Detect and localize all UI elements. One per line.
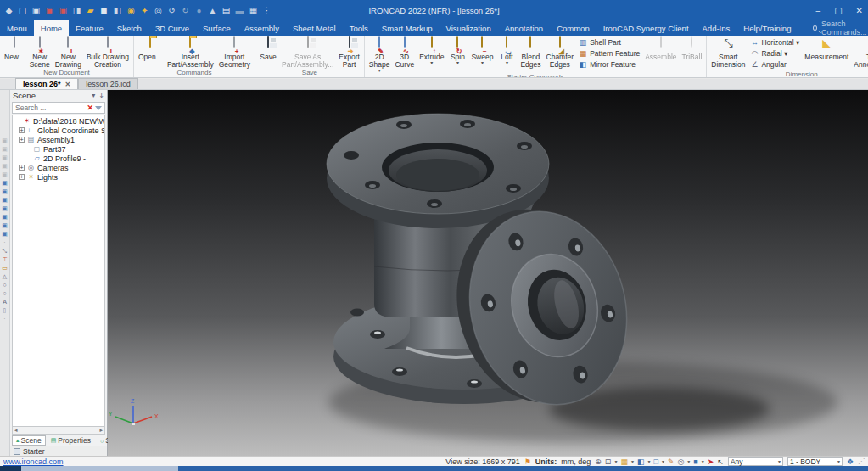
orbit-icon[interactable]: ◎ [153,5,164,16]
mirror-feature-button[interactable]: ◧Mirror Feature [579,59,640,70]
spray-icon[interactable]: ✦ [139,5,150,16]
shell-part-button[interactable]: ▥Shell Part [579,37,640,48]
note-tool-icon[interactable]: ▯ [3,307,7,313]
caret-icon[interactable]: ▾ [647,458,650,464]
new-scene-button[interactable]: ✶NewScene [27,36,53,69]
tab-add-ins[interactable]: Add-Ins [696,20,737,36]
catalog-cube-icon[interactable]: ▣ [2,205,8,211]
new-button[interactable]: New... [2,36,27,69]
tab-close-icon[interactable]: ✕ [65,81,71,88]
save-icon[interactable]: ◼ [98,5,109,16]
tree-node-global-coordinate-system[interactable]: +∟Global Coordinate System [13,126,104,135]
dropdown-caret-icon[interactable]: ▾ [506,61,508,65]
2d-shape-button[interactable]: ✎2DShape▾ [367,36,393,73]
tree-node-cameras[interactable]: +◎Cameras [13,163,104,172]
tab-tools[interactable]: Tools [343,20,375,36]
tab-sketch[interactable]: Sketch [110,20,148,36]
filter-funnel-icon[interactable] [95,106,102,110]
tree-node-d-data-2018-new-word-tech-ne[interactable]: ✶D:\data\2018 NEW\Word\TECH-NE [13,116,104,126]
catalog-cube-icon[interactable]: ▣ [2,137,8,143]
new-scene-icon[interactable]: ▣ [31,5,42,16]
tab-smart-markup[interactable]: Smart Markup [375,20,440,36]
panel-dropdown-icon[interactable]: ▾ [92,92,95,99]
tab-feature[interactable]: Feature [69,20,110,36]
insert-part-assembly-button[interactable]: ◆InsertPart/Assembly [165,36,216,69]
app-icon[interactable]: ◆ [3,5,14,16]
text-annotation-tool-icon[interactable]: A [3,299,7,305]
catalog-cube-icon[interactable]: ▣ [2,222,8,228]
blend-edges-button[interactable]: BlendEdges [518,36,543,73]
sweep-button[interactable]: ~Sweep▾ [468,36,496,73]
caret-icon[interactable]: ▾ [631,458,634,464]
redo-icon[interactable]: ↻ [180,5,191,16]
tab-3d-curve[interactable]: 3D Curve [148,20,196,36]
tab-surface[interactable]: Surface [196,20,238,36]
new-drawing-button[interactable]: INewDrawing [53,36,84,69]
snap-icon[interactable]: ▲ [207,5,218,16]
cursor-icon[interactable]: ↖ [717,457,724,466]
tab-common[interactable]: Common [550,20,596,36]
save-button[interactable]: Save [257,36,279,69]
print-icon[interactable]: ◧ [112,5,123,16]
close-button[interactable]: ✕ [856,6,863,15]
scroll-left-arrow[interactable]: ◂ [14,427,18,434]
catalog-cube-icon[interactable]: ▣ [2,231,8,237]
chat-icon[interactable]: ▬ [234,5,245,16]
maximize-button[interactable]: ▢ [834,6,842,15]
tab-sheet-metal[interactable]: Sheet Metal [286,20,343,36]
tab-home[interactable]: Home [34,20,69,36]
separator-dot[interactable]: · [3,316,5,322]
zoom-window-icon[interactable]: ⊡ [605,457,612,466]
circle-tool-icon[interactable]: ○ [3,290,6,296]
datum-tool-icon[interactable]: ⊤ [2,256,7,262]
shaded-view-icon[interactable]: ■ [693,457,697,466]
loft-button[interactable]: ◡Loft▾ [496,36,518,73]
panel-tab-properties[interactable]: ▤Properties [47,435,95,446]
tab-ironcad-synergy-client[interactable]: IronCAD Synergy Client [596,20,696,36]
tab-visualization[interactable]: Visualization [440,20,498,36]
tab-assembly[interactable]: Assembly [238,20,286,36]
angle-tool-icon[interactable]: △ [3,273,7,279]
minimize-button[interactable]: – [816,6,821,15]
clear-search-icon[interactable]: ✕ [85,104,95,112]
new-document-icon[interactable]: ▢ [17,5,28,16]
catalog-cube-icon[interactable]: ▣ [2,197,8,203]
new-drawing-icon[interactable]: ▣ [44,5,55,16]
ironcad-link[interactable]: www.ironcad.com [3,457,64,466]
import-geometry-button[interactable]: +ImportGeometry [216,36,253,69]
horizontal-dimension-button[interactable]: ↔Horizontal ▾ [750,37,799,48]
3d-curve-button[interactable]: ∿3DCurve [392,36,417,73]
render-mode-icon[interactable]: ▦ [620,457,628,466]
template-icon[interactable]: ◨ [71,5,82,16]
tree-expander-icon[interactable]: + [19,127,25,133]
smart-dimension-tool-icon[interactable]: ⤡ [3,248,8,254]
angular-dimension-button[interactable]: ∠Angular [750,59,799,70]
open-button[interactable]: Open... [136,36,165,69]
caret-icon[interactable]: ▾ [614,458,617,464]
catalog-cube-icon[interactable]: ▣ [2,180,8,186]
catalog-cube-icon[interactable]: ▣ [2,188,8,194]
tree-node-assembly1[interactable]: +▤Assembly1 [13,135,104,144]
tree-horizontal-scrollbar[interactable]: ◂ ▸ [12,427,105,435]
catalog-cube-icon[interactable]: ▣ [2,154,8,160]
tab-annotation[interactable]: Annotation [498,20,550,36]
document-tab-lesson-26-icd[interactable]: lesson 26.icd [78,78,138,89]
selection-level-select[interactable]: 1 - BODY▾ [787,457,843,466]
display-config-icon[interactable]: □ [653,457,658,466]
tab-help-training[interactable]: Help/Training [736,20,798,36]
separator-dot[interactable]: · [3,239,5,245]
catalog-cube-icon[interactable]: ▣ [2,171,8,177]
catalog-cube-icon[interactable]: ▣ [2,214,8,220]
measurement-button[interactable]: ◣Measurement [802,36,851,70]
table-icon[interactable]: ▦ [248,5,259,16]
dropdown-caret-icon[interactable]: ▾ [430,61,433,65]
text-annotations-button[interactable]: ATextAnnotations [851,36,868,70]
camera-view-icon[interactable]: ◧ [637,457,645,466]
document-tab-lesson-26-[interactable]: lesson 26*✕ [15,78,78,89]
tree-expander-icon[interactable]: + [19,137,25,143]
tree-node-part37[interactable]: ▢Part37 [13,144,104,154]
circle-tool-icon[interactable]: ○ [3,282,6,288]
dropdown-caret-icon[interactable]: ▾ [481,61,484,65]
tab-menu[interactable]: Menu [0,20,34,36]
extrude-button[interactable]: ↑Extrude▾ [417,36,446,73]
